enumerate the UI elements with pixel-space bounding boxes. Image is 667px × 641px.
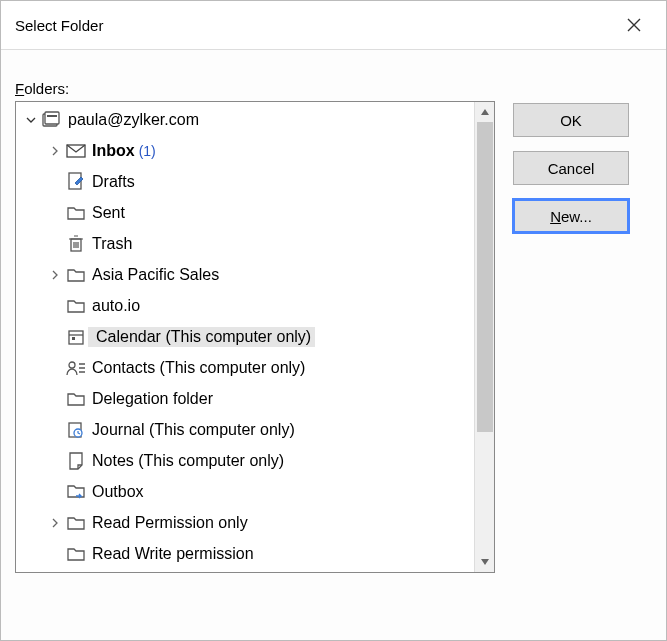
tree-item-read-permission[interactable]: Read Permission only (16, 507, 494, 538)
chevron-right-icon[interactable] (46, 146, 64, 156)
tree-item-label: Notes (This computer only) (88, 452, 284, 470)
tree-item-label: Trash (88, 235, 132, 253)
trash-icon (64, 235, 88, 253)
tree-item-outbox[interactable]: Outbox (16, 476, 494, 507)
tree-item-label: Outbox (88, 483, 144, 501)
tree-item-autoio[interactable]: auto.io (16, 290, 494, 321)
tree-item-label: Inbox (88, 142, 135, 160)
chevron-down-icon[interactable] (22, 115, 40, 125)
scroll-up-button[interactable] (475, 102, 494, 122)
tree-item-label: Sent (88, 204, 125, 222)
folder-tree-container: paula@zylker.com Inbox (1) (15, 101, 495, 573)
folder-icon (64, 515, 88, 531)
notes-icon (64, 452, 88, 470)
tree-item-sent[interactable]: Sent (16, 197, 494, 228)
tree-item-drafts[interactable]: Drafts (16, 166, 494, 197)
contacts-icon (64, 360, 88, 376)
svg-rect-1 (45, 112, 59, 124)
svg-rect-2 (47, 115, 57, 117)
tree-item-calendar[interactable]: Calendar (This computer only) (16, 321, 494, 352)
folder-icon (64, 546, 88, 562)
dialog-title: Select Folder (15, 17, 103, 34)
tree-item-delegation[interactable]: Delegation folder (16, 383, 494, 414)
tree-item-inbox[interactable]: Inbox (1) (16, 135, 494, 166)
tree-item-label: auto.io (88, 297, 140, 315)
tree-root-label: paula@zylker.com (64, 111, 199, 129)
folder-tree[interactable]: paula@zylker.com Inbox (1) (16, 102, 494, 572)
tree-item-count: (1) (135, 143, 156, 159)
ok-button[interactable]: OK (513, 103, 629, 137)
tree-root[interactable]: paula@zylker.com (16, 104, 494, 135)
outbox-icon (64, 483, 88, 501)
mailbox-icon (40, 111, 64, 129)
svg-rect-6 (69, 331, 83, 344)
tree-item-trash[interactable]: Trash (16, 228, 494, 259)
envelope-icon (64, 143, 88, 159)
body-row: paula@zylker.com Inbox (1) (15, 101, 652, 626)
folders-label: Folders: (15, 80, 652, 97)
tree-item-label: Contacts (This computer only) (88, 359, 305, 377)
svg-rect-7 (72, 337, 75, 340)
new-button[interactable]: New... (513, 199, 629, 233)
scrollbar[interactable] (474, 102, 494, 572)
titlebar: Select Folder (1, 1, 666, 49)
tree-item-contacts[interactable]: Contacts (This computer only) (16, 352, 494, 383)
tree-item-label: Delegation folder (88, 390, 213, 408)
tree-item-label: Calendar (This computer only) (92, 328, 311, 345)
select-folder-dialog: Select Folder Folders: paula@zyl (0, 0, 667, 641)
drafts-icon (64, 172, 88, 192)
calendar-icon (64, 328, 88, 346)
tree-item-asia-pacific[interactable]: Asia Pacific Sales (16, 259, 494, 290)
scroll-down-button[interactable] (475, 552, 494, 572)
folder-icon (64, 298, 88, 314)
cancel-button[interactable]: Cancel (513, 151, 629, 185)
tree-item-label: Asia Pacific Sales (88, 266, 219, 284)
journal-icon (64, 421, 88, 439)
tree-item-label: Journal (This computer only) (88, 421, 295, 439)
dialog-content: Folders: paula@zylker.com (1, 49, 666, 640)
close-icon (627, 18, 641, 32)
svg-point-8 (69, 362, 75, 368)
chevron-right-icon[interactable] (46, 270, 64, 280)
scroll-thumb[interactable] (477, 122, 493, 432)
tree-item-label: Read Write permission (88, 545, 254, 563)
tree-item-label: Drafts (88, 173, 135, 191)
close-button[interactable] (614, 9, 654, 41)
folder-icon (64, 205, 88, 221)
tree-item-notes[interactable]: Notes (This computer only) (16, 445, 494, 476)
folder-icon (64, 391, 88, 407)
tree-item-journal[interactable]: Journal (This computer only) (16, 414, 494, 445)
chevron-right-icon[interactable] (46, 518, 64, 528)
tree-item-label: Read Permission only (88, 514, 248, 532)
tree-item-read-write[interactable]: Read Write permission (16, 538, 494, 569)
buttons-column: OK Cancel New... (513, 101, 629, 626)
folder-icon (64, 267, 88, 283)
